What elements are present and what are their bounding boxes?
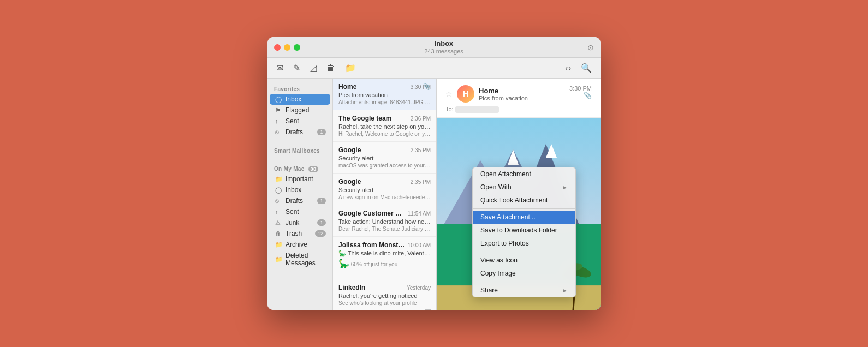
sidebar-item-flagged[interactable]: ⚑ Flagged (270, 105, 330, 116)
smart-mailboxes-label: Smart Mailboxes (267, 145, 332, 155)
linkedin-footer: — (338, 306, 431, 310)
msg-preview-3: A new sign-in on Mac racheleneedell@gmai… (338, 194, 431, 200)
msg-header-5: Jolissa from Monsterins... 10:00 AM (338, 241, 431, 249)
msg-time-6: Yesterday (407, 285, 431, 291)
sidebar-item-label: Junk (286, 219, 299, 226)
inbox-icon: ◯ (275, 96, 283, 103)
export-photos-label: Export to Photos (480, 240, 529, 247)
msg-time-4: 11:54 AM (408, 211, 431, 217)
sidebar-divider-2 (272, 159, 328, 159)
drafts-badge: 1 (317, 129, 326, 135)
deleted-icon: 📁 (275, 256, 283, 263)
drafts-mac-badge: 1 (317, 198, 326, 204)
toolbar: ✉ ✎ ◿ 🗑 📁 ‹› 🔍 (267, 58, 601, 79)
msg-header-4: Google Customer Soluti... 11:54 AM (338, 210, 431, 217)
context-menu-save-downloads[interactable]: Save to Downloads Folder (473, 224, 575, 237)
message-item-3[interactable]: Google 2:35 PM Security alert A new sign… (333, 174, 436, 205)
from-name: Home (479, 87, 528, 95)
msg-time-5: 10:00 AM (408, 242, 431, 248)
sidebar: Favorites ◯ Inbox ⚑ Flagged ↑ Sent ⎋ Dra… (267, 79, 333, 310)
msg-time-2: 2:35 PM (411, 147, 431, 153)
context-menu-save-attachment[interactable]: Save Attachment... (473, 211, 575, 224)
sidebar-item-label: Drafts (286, 197, 303, 205)
archive-icon[interactable]: ◿ (308, 61, 319, 75)
star-icon[interactable]: ☆ (445, 89, 453, 98)
sender-avatar: H (457, 85, 474, 103)
msg-sender-3: Google (338, 178, 408, 186)
msg-subject-4: Take action: Understand how new legis... (338, 218, 431, 225)
context-menu-copy-image[interactable]: Copy Image (473, 267, 575, 280)
message-item-1[interactable]: The Google team 2:36 PM Rachel, take the… (333, 110, 436, 142)
message-item-0[interactable]: Home 3:30 PM Pics from vacation Attachme… (333, 79, 436, 110)
sidebar-item-junk[interactable]: ⚠ Junk 1 (270, 217, 330, 228)
maximize-button[interactable] (294, 44, 300, 51)
minimize-button[interactable] (284, 44, 290, 51)
context-menu-open-attachment[interactable]: Open Attachment (473, 167, 575, 181)
msg-sender-0: Home (338, 83, 408, 91)
close-button[interactable] (274, 44, 281, 51)
msg-sender-2: Google (338, 146, 408, 154)
folder-icon[interactable]: 📁 (343, 61, 358, 75)
sidebar-divider-1 (272, 141, 328, 141)
promo-emoji: 🦕 (338, 259, 349, 268)
sidebar-item-drafts-mac[interactable]: ⎋ Drafts 1 (270, 195, 330, 206)
msg-sender-1: The Google team (338, 115, 408, 122)
msg-header-6: LinkedIn Yesterday (338, 284, 431, 291)
email-header: ☆ H Home Pics from vacation 3:30 PM 📎 (437, 79, 601, 118)
sidebar-item-label: Inbox (286, 186, 301, 194)
more-icon[interactable]: ‹› (563, 62, 573, 75)
trash-icon[interactable]: 🗑 (324, 62, 337, 75)
msg-subject-6: Rachel, you're getting noticed (338, 292, 431, 299)
context-menu-export-photos[interactable]: Export to Photos (473, 237, 575, 250)
context-menu-open-with[interactable]: Open With ► (473, 181, 575, 194)
title-bar-center: Inbox 243 messages (300, 39, 587, 55)
msg-subject-0: Pics from vacation (338, 92, 431, 98)
sidebar-item-deleted[interactable]: 📁 Deleted Messages (270, 250, 330, 268)
message-item-2[interactable]: Google 2:35 PM Security alert macOS was … (333, 142, 436, 174)
sidebar-item-sent-favorites[interactable]: ↑ Sent (270, 116, 330, 127)
msg-preview-0: Attachments: image_6483441.JPG, image_64… (338, 99, 431, 105)
inbox-mac-icon: ◯ (275, 187, 283, 194)
context-menu-share[interactable]: Share ► (473, 284, 575, 297)
message-item-4[interactable]: Google Customer Soluti... 11:54 AM Take … (333, 205, 436, 237)
msg-preview-5: 🦕 60% off just for you (338, 258, 431, 268)
context-menu-quick-look[interactable]: Quick Look Attachment (473, 194, 575, 207)
mail-app-window: Inbox 243 messages ⊙ ✉ ✎ ◿ 🗑 📁 ‹› 🔍 Favo… (267, 37, 601, 310)
sidebar-item-sent-mac[interactable]: ↑ Sent (270, 206, 330, 217)
quick-look-label: Quick Look Attachment (480, 196, 548, 204)
sidebar-item-important[interactable]: 📁 Important (270, 174, 330, 184)
drafts-mac-icon: ⎋ (275, 198, 283, 204)
sidebar-item-drafts-favorites[interactable]: ⎋ Drafts 1 (270, 127, 330, 137)
compose-icon[interactable]: ✎ (291, 61, 302, 75)
save-attachment-label: Save Attachment... (480, 213, 536, 221)
msg-header-0: Home 3:30 PM (338, 83, 431, 91)
junk-badge: 1 (317, 219, 326, 226)
sidebar-item-inbox-mac[interactable]: ◯ Inbox (270, 184, 330, 195)
favorites-label: Favorites (267, 83, 332, 94)
sidebar-item-trash[interactable]: 🗑 Trash 12 (270, 228, 330, 239)
archive-sidebar-icon: 📁 (275, 241, 283, 248)
context-menu-view-icon[interactable]: View as Icon (473, 254, 575, 267)
sidebar-item-inbox-favorites[interactable]: ◯ Inbox (270, 94, 330, 105)
junk-icon: ⚠ (275, 219, 283, 226)
msg-subject-5: 🦕 This sale is dino-mite, Valentine! (338, 250, 431, 257)
view-icon-label: View as Icon (480, 256, 518, 264)
copy-image-label: Copy Image (480, 270, 516, 277)
sidebar-item-label: Sent (286, 117, 299, 125)
reply-icon[interactable]: ✉ (274, 61, 286, 75)
message-item-5[interactable]: Jolissa from Monsterins... 10:00 AM 🦕 Th… (333, 237, 436, 279)
sidebar-item-label: Drafts (286, 128, 303, 136)
sidebar-item-archive[interactable]: 📁 Archive (270, 239, 330, 250)
search-icon[interactable]: 🔍 (579, 61, 594, 75)
sidebar-item-label: Inbox (286, 95, 301, 103)
email-time: 3:30 PM (569, 85, 592, 92)
message-item-6[interactable]: LinkedIn Yesterday Rachel, you're gettin… (333, 279, 436, 310)
sidebar-item-label: Important (286, 175, 313, 183)
msg-sender-4: Google Customer Soluti... (338, 210, 406, 217)
msg-subject-2: Security alert (338, 155, 431, 161)
msg-preview-6: See who's looking at your profile (338, 300, 431, 306)
msg-header-1: The Google team 2:36 PM (338, 115, 431, 122)
msg-time-1: 2:36 PM (411, 116, 431, 122)
filter-icon[interactable]: ⊙ (587, 43, 594, 52)
msg-header-3: Google 2:35 PM (338, 178, 431, 186)
